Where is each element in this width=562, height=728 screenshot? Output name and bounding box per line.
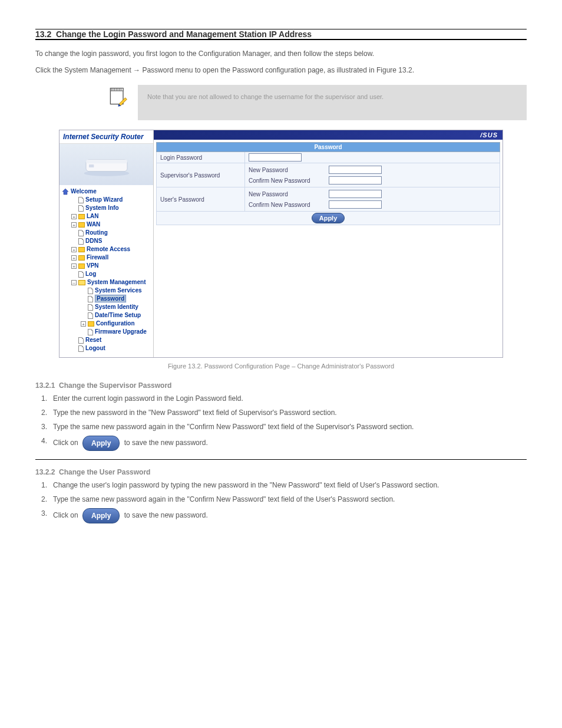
tree-logout[interactable]: Logout (61, 344, 152, 353)
expand-icon[interactable]: + (71, 255, 77, 261)
login-password-input[interactable] (249, 153, 302, 162)
step-1-4: 4.Click on Apply to save the new passwor… (35, 436, 527, 451)
notepad-icon (106, 85, 130, 108)
folder-icon (78, 214, 85, 219)
tree-remote-access[interactable]: +Remote Access (61, 245, 152, 253)
divider (35, 39, 527, 40)
table-title: Password (157, 143, 500, 152)
user-password-label: User's Password (157, 187, 245, 212)
file-icon (78, 238, 84, 245)
apply-button-inline: Apply (82, 508, 120, 523)
file-icon (78, 205, 84, 212)
router-main-panel: /SUS Password Login Password Supervisor'… (154, 130, 503, 357)
file-icon (78, 345, 84, 352)
confirm-password-label: Confirm New Password (249, 202, 325, 208)
note-text: Note that you are not allowed to change … (138, 85, 527, 120)
step-1-1: 1.Enter the current login password in th… (35, 393, 527, 404)
folder-open-icon (78, 280, 85, 285)
user-confirm-password-input[interactable] (329, 200, 382, 209)
intro-paragraph-2: Click the System Management → Password m… (35, 65, 527, 75)
tree-system-services[interactable]: System Services (61, 286, 152, 295)
page-header (35, 12, 527, 29)
section-heading: 13.2 Change the Login Password and Manag… (35, 29, 527, 39)
subsection-1-heading: 13.2.1 Change the Supervisor Password (35, 381, 527, 390)
tree-configuration[interactable]: +Configuration (61, 319, 152, 328)
tree-log[interactable]: Log (61, 270, 152, 278)
home-icon (62, 188, 69, 195)
intro-paragraph-1: To change the login password, you first … (35, 48, 527, 59)
file-icon (78, 230, 84, 236)
step-1-2: 2.Type the new password in the "New Pass… (35, 407, 527, 418)
file-icon (88, 312, 93, 319)
expand-icon[interactable]: + (71, 263, 77, 269)
step-2-2: 2.Type the same new password again in th… (35, 494, 527, 505)
step-2-1: 1.Change the user's login password by ty… (35, 480, 527, 490)
step-1-3: 3.Type the same new password again in th… (35, 421, 527, 432)
tree-reset[interactable]: Reset (61, 336, 152, 344)
confirm-password-label: Confirm New Password (249, 177, 325, 184)
nav-tree: Welcome Setup Wizard System Info +LAN +W… (59, 185, 153, 357)
step-2-3: 3.Click on Apply to save the new passwor… (35, 508, 527, 523)
svg-rect-14 (89, 164, 94, 167)
svg-rect-13 (86, 160, 127, 164)
tree-wan[interactable]: +WAN (61, 220, 152, 229)
folder-icon (78, 255, 85, 261)
new-password-label: New Password (249, 167, 325, 173)
apply-button[interactable]: Apply (312, 213, 345, 223)
file-icon (78, 271, 84, 278)
new-password-label: New Password (249, 191, 325, 197)
password-config-table: Password Login Password Supervisor's Pas… (156, 142, 500, 225)
svg-marker-15 (62, 189, 68, 195)
file-icon (88, 329, 93, 335)
file-icon (78, 337, 84, 344)
router-sidebar: Internet Security Router Welcome Setup W… (59, 130, 154, 357)
tree-vpn[interactable]: +VPN (61, 262, 152, 270)
subsection-2-heading: 13.2.2 Change the User Password (35, 468, 527, 476)
asus-logo: /SUS (480, 131, 498, 139)
folder-icon (78, 222, 85, 228)
folder-icon (78, 263, 85, 269)
router-ui-screenshot: Internet Security Router Welcome Setup W… (59, 130, 503, 358)
tree-datetime-setup[interactable]: Date/Time Setup (61, 311, 152, 319)
supervisor-confirm-password-input[interactable] (329, 176, 382, 185)
expand-icon[interactable]: + (71, 222, 77, 228)
divider (35, 459, 527, 460)
tree-system-info[interactable]: System Info (61, 204, 152, 212)
tree-firmware-upgrade[interactable]: Firmware Upgrade (61, 328, 152, 336)
tree-system-identity[interactable]: System Identity (61, 303, 152, 311)
collapse-icon[interactable]: – (71, 280, 77, 285)
folder-icon (78, 247, 85, 252)
supervisor-new-password-input[interactable] (329, 166, 382, 174)
expand-icon[interactable]: + (71, 247, 77, 252)
apply-button-inline: Apply (82, 436, 120, 451)
file-icon (88, 304, 93, 311)
tree-password[interactable]: Password (61, 295, 152, 303)
figure-caption: Figure 13.2. Password Configuration Page… (35, 363, 527, 370)
file-icon (88, 288, 93, 294)
tree-firewall[interactable]: +Firewall (61, 253, 152, 262)
tree-ddns[interactable]: DDNS (61, 237, 152, 245)
router-device-image (59, 144, 153, 185)
supervisor-password-label: Supervisor's Password (157, 163, 245, 187)
tree-system-management[interactable]: –System Management (61, 278, 152, 286)
tree-routing[interactable]: Routing (61, 229, 152, 237)
router-brand: Internet Security Router (59, 130, 153, 144)
user-new-password-input[interactable] (329, 190, 382, 198)
expand-icon[interactable]: + (71, 214, 77, 219)
file-icon (78, 197, 84, 203)
folder-icon (88, 321, 94, 327)
login-password-label: Login Password (157, 152, 245, 163)
router-topbar: /SUS (154, 130, 503, 140)
tree-welcome[interactable]: Welcome (61, 187, 152, 196)
tree-lan[interactable]: +LAN (61, 212, 152, 220)
expand-icon[interactable]: + (81, 321, 86, 327)
tree-setup-wizard[interactable]: Setup Wizard (61, 196, 152, 204)
file-icon (88, 296, 93, 302)
note-block: Note that you are not allowed to change … (35, 85, 527, 120)
